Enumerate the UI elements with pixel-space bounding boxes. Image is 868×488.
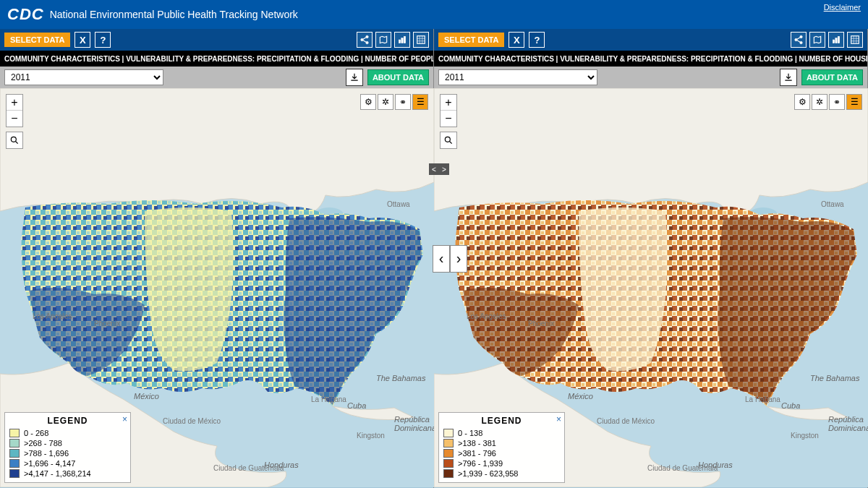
legend-close-button[interactable]: × — [556, 414, 561, 424]
mini-left-button[interactable]: < — [429, 163, 439, 175]
legend-label: >268 - 788 — [24, 439, 62, 448]
legend-swatch — [9, 429, 20, 437]
map-icon[interactable] — [809, 32, 825, 48]
svg-rect-6 — [417, 36, 425, 44]
slider-left-button[interactable]: ‹ — [433, 245, 450, 273]
breadcrumb: COMMUNITY CHARACTERISTICS | VULNERABILIT… — [434, 51, 867, 67]
zoom-in-button[interactable]: + — [7, 95, 22, 111]
map-tools: ⚙ ✲ ⚭ ☰ — [360, 94, 428, 110]
svg-rect-4 — [401, 38, 403, 43]
toolbar: SELECT DATA X ? — [434, 29, 867, 51]
legend-row: 0 - 268 — [9, 429, 126, 437]
map-left[interactable]: + − ⚙ ✲ ⚭ ☰ Ottawa Los Angeles Phoenix M… — [0, 88, 434, 487]
legend-row: >4,147 - 1,368,214 — [9, 469, 126, 478]
select-data-button[interactable]: SELECT DATA — [438, 33, 504, 47]
table-icon[interactable] — [847, 32, 863, 48]
close-button[interactable]: X — [75, 32, 90, 48]
legend-row: >268 - 788 — [9, 439, 126, 448]
select-data-button[interactable]: SELECT DATA — [4, 33, 70, 47]
mini-right-button[interactable]: > — [439, 163, 449, 175]
svg-point-31 — [445, 137, 450, 142]
legend-swatch — [443, 469, 454, 478]
compare-slider[interactable]: ‹ › — [433, 245, 467, 273]
legend-title: LEGEND — [443, 416, 560, 427]
legend-label: >788 - 1,696 — [24, 449, 69, 458]
legend-row: >1,939 - 623,958 — [443, 469, 560, 478]
slider-right-button[interactable]: › — [450, 245, 467, 273]
legend-row: >788 - 1,696 — [9, 449, 126, 458]
about-data-button[interactable]: ABOUT DATA — [801, 69, 863, 85]
filter-row: 2011 ABOUT DATA — [434, 67, 867, 88]
legend-row: >796 - 1,939 — [443, 459, 560, 468]
map-icon[interactable] — [375, 32, 391, 48]
svg-rect-21 — [838, 36, 839, 43]
breadcrumb-text: COMMUNITY CHARACTERISTICS | VULNERABILIT… — [4, 55, 433, 63]
table-icon[interactable] — [413, 32, 429, 48]
zoom-out-button[interactable]: − — [441, 111, 456, 127]
svg-point-2 — [366, 41, 369, 44]
share-icon[interactable] — [791, 32, 807, 48]
link-icon[interactable]: ⚭ — [829, 94, 845, 110]
map-search-button[interactable] — [440, 132, 457, 149]
legend-swatch — [443, 439, 454, 448]
gear-icon[interactable]: ⚙ — [360, 94, 376, 110]
app-header: CDC National Environmental Public Health… — [0, 0, 868, 29]
help-button[interactable]: ? — [529, 32, 545, 48]
svg-point-17 — [795, 38, 798, 41]
about-data-button[interactable]: ABOUT DATA — [367, 69, 429, 85]
disclaimer-link[interactable]: Disclaimer — [824, 3, 861, 12]
chart-icon[interactable] — [394, 32, 410, 48]
zoom-out-button[interactable]: − — [7, 111, 22, 127]
share-icon[interactable] — [357, 32, 373, 48]
gear-icon[interactable]: ⚙ — [794, 94, 810, 110]
map-search-button[interactable] — [6, 132, 23, 149]
legend-title: LEGEND — [9, 416, 126, 427]
close-button[interactable]: X — [509, 32, 524, 48]
chart-icon[interactable] — [828, 32, 844, 48]
legend-right: × LEGEND 0 - 138>138 - 381>381 - 796>796… — [438, 412, 565, 483]
legend-swatch — [9, 459, 20, 468]
map-right[interactable]: + − ⚙ ✲ ⚭ ☰ Ottawa Los Angeles Phoenix M… — [434, 88, 868, 487]
legend-label: 0 - 268 — [24, 429, 48, 437]
legend-label: 0 - 138 — [458, 429, 482, 437]
layers-icon[interactable]: ☰ — [412, 94, 428, 110]
zoom-in-button[interactable]: + — [441, 95, 456, 111]
settings-icon[interactable]: ✲ — [812, 94, 827, 110]
svg-point-0 — [366, 35, 369, 38]
legend-swatch — [9, 469, 20, 478]
filter-row: 2011 ABOUT DATA — [0, 67, 433, 88]
legend-row: 0 - 138 — [443, 429, 560, 437]
svg-point-18 — [800, 41, 803, 44]
map-tools: ⚙ ✲ ⚭ ☰ — [794, 94, 862, 110]
legend-label: >381 - 796 — [458, 449, 496, 458]
legend-label: >1,939 - 623,958 — [458, 469, 519, 478]
compare-mini-toggle: < > — [429, 163, 449, 175]
svg-rect-5 — [404, 36, 405, 43]
year-select[interactable]: 2011 — [4, 69, 163, 85]
legend-swatch — [443, 429, 454, 437]
download-button[interactable] — [346, 69, 363, 86]
legend-swatch — [443, 459, 454, 468]
right-panel: SELECT DATA X ? COMMUNITY CHARACTERISTIC… — [434, 29, 868, 488]
svg-rect-20 — [835, 38, 837, 43]
svg-rect-19 — [833, 40, 834, 43]
zoom-control: + − — [440, 94, 457, 127]
year-select[interactable]: 2011 — [438, 69, 597, 85]
legend-swatch — [9, 439, 20, 448]
legend-close-button[interactable]: × — [122, 414, 127, 424]
legend-left: × LEGEND 0 - 268>268 - 788>788 - 1,696>1… — [4, 412, 131, 483]
help-button[interactable]: ? — [95, 32, 111, 48]
link-icon[interactable]: ⚭ — [395, 94, 411, 110]
layers-icon[interactable]: ☰ — [846, 94, 862, 110]
legend-swatch — [443, 449, 454, 458]
settings-icon[interactable]: ✲ — [378, 94, 393, 110]
compare-container: SELECT DATA X ? COMMUNITY CHARACTERISTIC… — [0, 29, 868, 488]
legend-label: >1,696 - 4,147 — [24, 459, 75, 468]
app-title: National Environmental Public Health Tra… — [44, 9, 298, 20]
legend-swatch — [9, 449, 20, 458]
svg-rect-3 — [399, 40, 400, 43]
download-button[interactable] — [780, 69, 797, 86]
svg-point-16 — [800, 35, 803, 38]
breadcrumb: COMMUNITY CHARACTERISTICS | VULNERABILIT… — [0, 51, 433, 67]
breadcrumb-text: COMMUNITY CHARACTERISTICS | VULNERABILIT… — [438, 55, 867, 63]
